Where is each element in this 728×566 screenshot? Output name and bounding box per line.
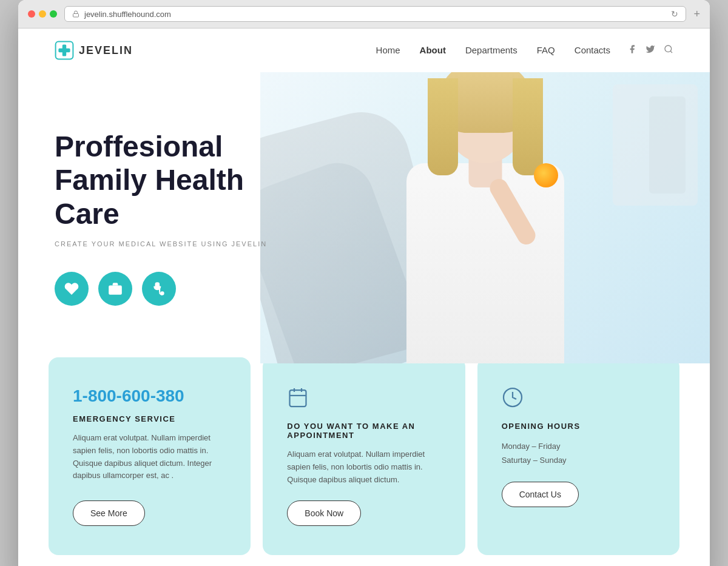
weekend-label: Saturtay – Sunday	[502, 456, 567, 465]
close-button[interactable]	[28, 10, 35, 18]
hero-section: Proffesional Family Health Care CREATE Y…	[18, 72, 710, 363]
emergency-card: 1-800-600-380 EMERGENCY SERVICE Aliquam …	[49, 357, 251, 555]
nav-link-faq[interactable]: FAQ	[537, 45, 555, 55]
logo-text: JEVELIN	[79, 44, 133, 57]
nav-link-departments[interactable]: Departments	[465, 45, 517, 55]
calendar-icon-wrapper	[287, 386, 440, 411]
weekday-label: Monday – Friday	[502, 442, 561, 451]
stethoscope-icon	[151, 281, 167, 297]
clock-icon-wrapper	[502, 386, 655, 411]
hours-row-weekend: Saturtay – Sunday	[502, 453, 655, 467]
svg-rect-3	[58, 49, 70, 52]
hero-content: Proffesional Family Health Care CREATE Y…	[18, 93, 309, 342]
twitter-icon[interactable]	[645, 44, 655, 56]
svg-point-4	[665, 45, 672, 52]
stethoscope-icon-button[interactable]	[142, 272, 176, 306]
nav-links: Home About Departments FAQ Contacts	[376, 45, 610, 56]
nav-item-home[interactable]: Home	[376, 45, 400, 56]
refresh-icon[interactable]: ↻	[671, 9, 678, 19]
nav-item-about[interactable]: About	[420, 45, 446, 56]
hero-title: Proffesional Family Health Care	[55, 130, 273, 231]
facebook-icon[interactable]	[627, 44, 637, 56]
appointment-text: Aliquam erat volutpat. Nullam imperdiet …	[287, 448, 440, 486]
browser-chrome: jevelin.shufflehound.com ↻ +	[18, 0, 710, 29]
nav-item-faq[interactable]: FAQ	[537, 45, 555, 56]
hero-subtitle: CREATE YOUR MEDICAL WEBSITE USING JEVELI…	[55, 240, 273, 248]
nav-item-departments[interactable]: Departments	[465, 45, 517, 56]
svg-rect-6	[109, 285, 122, 294]
search-icon[interactable]	[664, 44, 673, 56]
new-tab-button[interactable]: +	[693, 8, 700, 21]
nav-link-home[interactable]: Home	[376, 45, 400, 55]
svg-rect-0	[73, 14, 79, 18]
hours-row-weekday: Monday – Friday	[502, 439, 655, 453]
minimize-button[interactable]	[39, 10, 46, 18]
heartbeat-icon	[64, 281, 79, 297]
hero-icon-buttons	[55, 272, 273, 306]
nav-social-icons	[627, 44, 673, 56]
cardiology-icon-button[interactable]	[55, 272, 89, 306]
traffic-lights	[28, 10, 57, 18]
nav-link-about[interactable]: About	[420, 45, 446, 55]
lock-icon	[72, 10, 79, 18]
svg-line-5	[670, 51, 672, 53]
logo[interactable]: JEVELIN	[55, 41, 133, 60]
address-bar[interactable]: jevelin.shufflehound.com ↻	[64, 6, 686, 22]
main-nav: JEVELIN Home About Departments FAQ Conta…	[18, 29, 710, 72]
appointment-heading: DO YOU WANT TO MAKE AN APPOINTMENT	[287, 422, 440, 440]
contact-us-button[interactable]: Contact Us	[502, 482, 579, 507]
book-now-button[interactable]: Book Now	[287, 500, 361, 526]
clock-icon	[502, 386, 524, 408]
medkit-icon-button[interactable]	[98, 272, 132, 306]
hours-heading: OPENING HOURS	[502, 422, 655, 431]
logo-icon	[55, 41, 74, 60]
browser-window: jevelin.shufflehound.com ↻ + JEVELIN Hom…	[18, 0, 710, 566]
svg-rect-11	[290, 390, 306, 406]
phone-number: 1-800-600-380	[73, 386, 226, 406]
nav-link-contacts[interactable]: Contacts	[575, 45, 610, 55]
hours-list: Monday – Friday Saturtay – Sunday	[502, 439, 655, 467]
emergency-heading: EMERGENCY SERVICE	[73, 414, 226, 423]
nav-item-contacts[interactable]: Contacts	[575, 45, 610, 56]
hours-card: OPENING HOURS Monday – Friday Saturtay –…	[477, 357, 679, 555]
calendar-icon	[287, 386, 309, 408]
url-text: jevelin.shufflehound.com	[84, 10, 171, 19]
hero-background	[260, 72, 710, 363]
website-content: JEVELIN Home About Departments FAQ Conta…	[18, 29, 710, 566]
maximize-button[interactable]	[50, 10, 57, 18]
medkit-icon	[107, 281, 123, 297]
see-more-button[interactable]: See More	[73, 500, 145, 526]
info-cards-section: 1-800-600-380 EMERGENCY SERVICE Aliquam …	[42, 357, 686, 566]
appointment-card: DO YOU WANT TO MAKE AN APPOINTMENT Aliqu…	[263, 357, 465, 555]
emergency-text: Aliquam erat volutpat. Nullam imperdiet …	[73, 432, 226, 486]
